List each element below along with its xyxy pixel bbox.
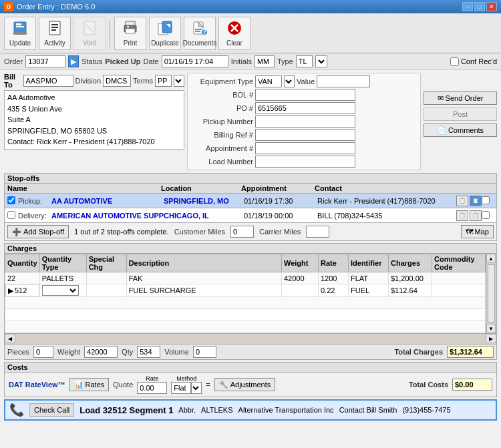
carrier-miles-input[interactable]: [306, 226, 329, 238]
po-input[interactable]: [255, 102, 355, 114]
bol-input[interactable]: [255, 89, 355, 101]
type-input[interactable]: [296, 55, 313, 67]
pickup-contact: Rick Kerr - President (417)888-7020: [317, 197, 456, 205]
scroll-up-button[interactable]: ▲: [486, 254, 496, 263]
close-button[interactable]: ✕: [486, 2, 497, 11]
terms-select[interactable]: [174, 75, 184, 87]
documents-button[interactable]: ? Documents: [184, 17, 216, 50]
method-col: Method: [171, 375, 202, 394]
weight-input[interactable]: [84, 346, 118, 358]
comments-icon: 📄: [437, 126, 446, 135]
pickup-info-button[interactable]: 📋: [470, 196, 482, 206]
contact-info: Contact Bill Smith: [339, 406, 397, 414]
pickup-edit-button[interactable]: 📋: [456, 196, 468, 206]
volume-label: Volume: [164, 348, 189, 356]
toolbar: Update Activity Void Print Duplicate ? D…: [0, 13, 501, 53]
charges-section: Charges Quantity Quantity Type Special C…: [0, 243, 501, 362]
qty-label: Qty: [122, 348, 133, 356]
pickup-check2[interactable]: [482, 196, 490, 204]
qty-input[interactable]: [137, 346, 160, 358]
duplicate-icon: [157, 20, 173, 38]
activity-label: Activity: [44, 39, 65, 47]
map-button[interactable]: 🗺 Map: [461, 225, 494, 238]
load-info: Load 32512 Segment 1: [79, 405, 173, 415]
method-select[interactable]: [191, 382, 202, 394]
load-number-input[interactable]: [255, 156, 355, 168]
delivery-location: CHICAGO, IL: [164, 212, 244, 220]
order-lookup-button[interactable]: ▶: [68, 55, 79, 67]
initials-input[interactable]: [255, 55, 275, 67]
scroll-down-button[interactable]: ▼: [486, 324, 496, 333]
h-scroll-right[interactable]: ▶: [486, 334, 496, 343]
delivery-check2[interactable]: [482, 211, 490, 219]
update-icon: [12, 20, 28, 38]
type-select[interactable]: [315, 55, 327, 67]
appointment-input[interactable]: [255, 142, 355, 154]
duplicate-button[interactable]: Duplicate: [149, 17, 181, 50]
h-scroll-track: [15, 334, 486, 344]
h-scroll-left[interactable]: ◀: [5, 334, 15, 343]
post-button[interactable]: Post: [424, 107, 497, 121]
delivery-checkbox[interactable]: [7, 211, 15, 219]
eq-value-input[interactable]: [317, 75, 370, 87]
activity-button[interactable]: Activity: [39, 17, 71, 50]
rates-button[interactable]: 📊 Rates: [69, 378, 110, 391]
svg-rect-19: [195, 29, 202, 30]
volume-input[interactable]: [193, 346, 216, 358]
print-label: Print: [124, 39, 138, 47]
window-controls: ─ □ ✕: [462, 2, 497, 11]
stopoff-row-delivery[interactable]: Delivery: AMERICAN AUTOMOTIVE SUPPLIE CH…: [4, 208, 497, 223]
date-input[interactable]: [162, 55, 228, 67]
rate-input[interactable]: [137, 382, 167, 394]
table-row[interactable]: ▶ 512 FUEL SURCHARGE 0.22 FUEL $112.64: [5, 284, 486, 297]
row1-commodity: [432, 272, 486, 284]
col-header-contact: Contact: [315, 184, 494, 192]
order-input[interactable]: [25, 55, 65, 67]
customer-miles-input[interactable]: [230, 226, 254, 238]
check-call-button[interactable]: Check Call: [29, 403, 74, 417]
bill-to-input[interactable]: [23, 75, 73, 87]
terms-input[interactable]: [155, 75, 172, 87]
maximize-button[interactable]: □: [474, 2, 485, 11]
pieces-input[interactable]: [33, 346, 53, 358]
equals-sign: =: [206, 381, 210, 389]
address-box: AA Automotive 435 S Union Ave Suite A SP…: [4, 90, 184, 150]
stopoff-row-pickup[interactable]: Pickup: AA AUTOMOTIVE SPRINGFIELD, MO 01…: [4, 194, 497, 208]
comments-button[interactable]: 📄 Comments: [424, 124, 497, 137]
add-stopoff-button[interactable]: ➕ Add Stop-off: [7, 225, 69, 238]
qty-type-select[interactable]: [42, 285, 79, 296]
void-label: Void: [83, 39, 96, 47]
pickup-location: SPRINGFIELD, MO: [164, 197, 244, 205]
send-order-button[interactable]: ✉ Send Order: [424, 91, 497, 105]
total-costs-label: Total Costs: [409, 381, 448, 389]
update-button[interactable]: Update: [4, 17, 36, 50]
row1-quantity: 22: [5, 272, 40, 284]
bill-to-label: Bill To: [4, 73, 21, 89]
delivery-edit-button[interactable]: 📋: [456, 210, 468, 221]
documents-label: Documents: [183, 39, 217, 47]
void-button[interactable]: Void: [73, 17, 106, 50]
conf-rec-checkbox[interactable]: [450, 57, 459, 66]
delivery-type: Delivery:: [18, 212, 51, 220]
row2-weight: [282, 284, 319, 297]
activity-icon: [47, 20, 63, 38]
billing-ref-input[interactable]: [255, 129, 355, 141]
delivery-info-button[interactable]: 📋: [470, 210, 482, 221]
carrier-section: 📞 Check Call Load 32512 Segment 1 Abbr. …: [0, 399, 501, 421]
minimize-button[interactable]: ─: [462, 2, 473, 11]
adjustments-button[interactable]: 🔧 Adjustments: [214, 378, 276, 391]
empty-row-1: [5, 297, 486, 309]
costs-section: Costs DAT RateView™ 📊 Rates Quote Rate M…: [0, 362, 501, 399]
carrier-phone: (913)455-7475: [402, 406, 450, 414]
method-input[interactable]: [171, 382, 191, 394]
pickup-checkbox[interactable]: [7, 196, 15, 204]
pickup-input[interactable]: [255, 116, 355, 128]
equipment-section: Equipment Type Value BOL # PO # Pickup N…: [187, 73, 421, 170]
division-input[interactable]: [103, 75, 131, 87]
print-button[interactable]: Print: [114, 17, 146, 50]
pickup-appointment: 01/16/19 17:30: [244, 197, 317, 205]
eq-type-input[interactable]: [255, 75, 282, 87]
table-row[interactable]: 22 PALLETS FAK 42000 1200 FLAT $1,200.00: [5, 272, 486, 284]
clear-button[interactable]: Clear: [218, 17, 251, 50]
eq-type-select[interactable]: [284, 75, 295, 87]
